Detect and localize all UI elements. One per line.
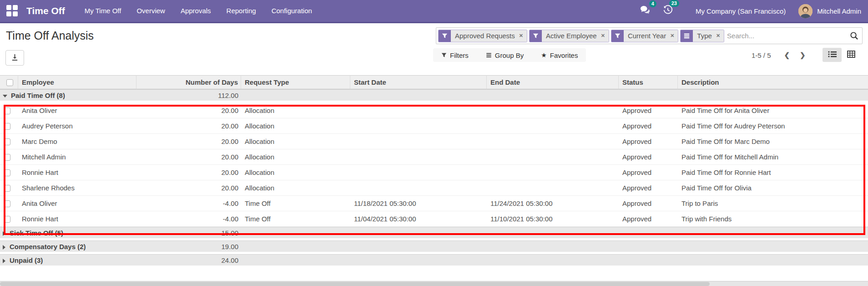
cell-start-date: 11/04/2021 05:30:00 [350,211,487,227]
cell-number-of-days: 20.00 [136,180,241,196]
grid-view-icon [847,51,855,60]
list-view: EmployeeNumber of DaysRequest TypeStart … [0,75,868,268]
activities-button[interactable]: 23 [656,3,679,19]
app-title[interactable]: Time Off [26,5,65,16]
group-by-button[interactable]: Group By [486,51,524,59]
export-button[interactable] [5,50,24,66]
nav-item-my-time-off[interactable]: My Time Off [77,0,129,22]
favorites-label: Favorites [550,51,578,59]
table-row[interactable]: Ronnie Hart-4.00Time Off11/04/2021 05:30… [0,211,868,227]
table-row[interactable]: Mitchell Admin20.00AllocationApprovedPai… [0,149,868,165]
column-header-description[interactable]: Description [678,75,868,89]
group-by-label: Group By [495,51,524,59]
nav-item-configuration[interactable]: Configuration [264,0,320,22]
search-input[interactable] [724,32,850,40]
cell-description: Paid Time Off for Olivia [678,180,868,196]
cell-request-type: Allocation [241,118,350,134]
clock-icon [663,5,673,17]
facet-approved-requests: Approved Requests✕ [438,30,527,42]
table-row[interactable]: Anita Oliver20.00AllocationApprovedPaid … [0,103,868,118]
cell-start-date [350,118,487,134]
row-checkbox[interactable] [4,216,10,223]
list-view-button[interactable] [823,48,842,62]
row-checkbox[interactable] [4,200,10,207]
row-select-cell [0,118,18,134]
table-row[interactable]: Sharlene Rhodes20.00AllocationApprovedPa… [0,180,868,196]
nav-item-reporting[interactable]: Reporting [219,0,264,22]
horizontal-scrollbar[interactable] [0,281,868,286]
group-row-unpaid-3[interactable]: Unpaid (3)24.00 [0,254,868,268]
group-rest [241,227,868,240]
row-select-cell [0,165,18,180]
group-label: Unpaid (3) [10,256,43,264]
page-title: Time Off Analysis [6,29,94,42]
scrollbar-thumb[interactable] [0,282,710,286]
column-header-end-date[interactable]: End Date [487,75,619,89]
cell-number-of-days: -4.00 [136,196,241,211]
cell-description: Paid Time Off for Mitchell Admin [678,149,868,165]
nav-item-overview[interactable]: Overview [129,0,173,22]
user-menu[interactable]: Mitchell Admin [817,7,861,15]
column-header-employee[interactable]: Employee [18,75,136,89]
group-row-compensatory-days-2[interactable]: Compensatory Days (2)19.00 [0,240,868,254]
cell-request-type: Allocation [241,103,350,118]
time-off-app-screen: Time Off My Time OffOverviewApprovalsRep… [0,0,868,286]
cell-status: Approved [619,165,678,180]
filters-button[interactable]: Filters [441,51,469,59]
cell-start-date [350,134,487,149]
facet-remove-icon[interactable]: ✕ [715,30,724,42]
row-checkbox[interactable] [4,185,10,192]
cell-request-type: Allocation [241,165,350,180]
row-checkbox[interactable] [4,123,10,130]
group-row-paid-time-off-8[interactable]: Paid Time Off (8)112.00 [0,89,868,103]
group-rest [241,254,868,268]
column-header-request-type[interactable]: Request Type [241,75,350,89]
pager-previous-icon[interactable]: ❮ [779,51,795,59]
row-checkbox[interactable] [4,107,10,114]
star-icon: ★ [541,52,547,58]
row-select-cell [0,103,18,118]
cell-status: Approved [619,103,678,118]
cell-description: Paid Time Off for Anita Oliver [678,103,868,118]
cell-employee: Anita Oliver [18,196,136,211]
table-row[interactable]: Ronnie Hart20.00AllocationApprovedPaid T… [0,165,868,180]
messages-button[interactable]: 4 [634,4,656,18]
column-header-start-date[interactable]: Start Date [350,75,487,89]
group-label: Compensatory Days (2) [10,243,86,250]
facet-remove-icon[interactable]: ✕ [518,30,527,42]
select-all-checkbox[interactable] [6,79,13,86]
table-row[interactable]: Marc Demo20.00AllocationApprovedPaid Tim… [0,134,868,149]
group-row-sick-time-off-5[interactable]: Sick Time Off (5)-15.00 [0,227,868,240]
row-checkbox[interactable] [4,138,10,145]
pager-next-icon[interactable]: ❯ [795,51,811,59]
table-header-row: EmployeeNumber of DaysRequest TypeStart … [0,75,868,89]
table-row[interactable]: Anita Oliver-4.00Time Off11/18/2021 05:3… [0,196,868,211]
cell-end-date [487,134,619,149]
facet-remove-icon[interactable]: ✕ [669,30,678,42]
cell-employee: Ronnie Hart [18,165,136,180]
cell-status: Approved [619,211,678,227]
cell-number-of-days: 20.00 [136,165,241,180]
group-aggregate: 19.00 [136,240,241,254]
group-label-cell: Compensatory Days (2) [0,240,136,254]
nav-item-approvals[interactable]: Approvals [173,0,219,22]
cell-employee: Audrey Peterson [18,118,136,134]
table-row[interactable]: Audrey Peterson20.00AllocationApprovedPa… [0,118,868,134]
caret-right-icon [3,231,5,236]
filter-icon [441,52,447,58]
main-menu: My Time OffOverviewApprovalsReportingCon… [77,0,320,22]
cell-status: Approved [619,196,678,211]
favorites-button[interactable]: ★ Favorites [541,51,578,59]
column-header-number-of-days[interactable]: Number of Days [136,75,241,89]
row-checkbox[interactable] [4,154,10,161]
row-checkbox[interactable] [4,169,10,176]
pivot-view-button[interactable] [842,48,861,62]
apps-menu-icon[interactable] [6,5,18,17]
group-aggregate: 112.00 [136,89,241,103]
facet-label: Current Year [624,30,669,42]
column-header-status[interactable]: Status [619,75,678,89]
filter-icon [439,30,451,42]
user-avatar[interactable] [798,4,812,18]
facet-remove-icon[interactable]: ✕ [600,30,609,42]
company-switcher[interactable]: My Company (San Francisco) [696,7,786,15]
